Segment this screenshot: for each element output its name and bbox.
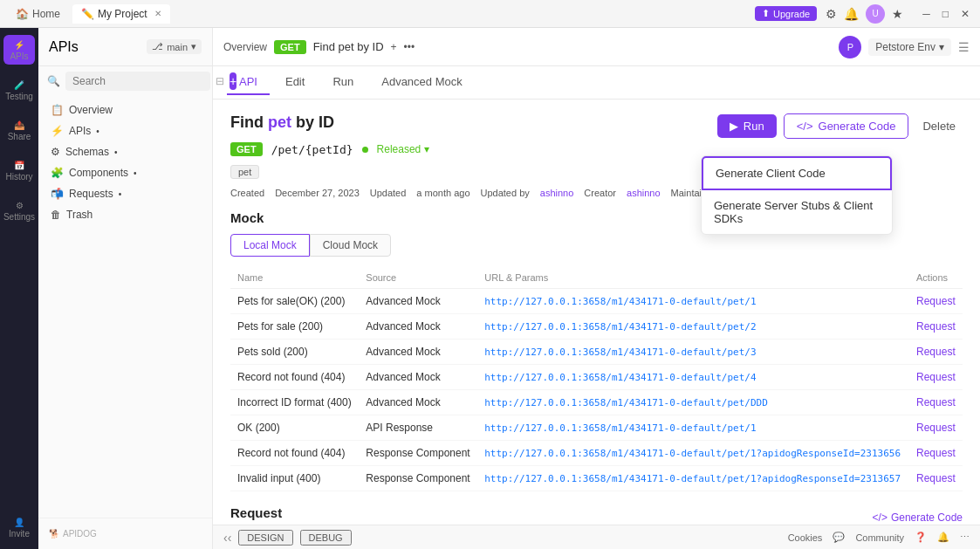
icon-sidebar-history: 📅 History: [3, 155, 35, 185]
minimize-button[interactable]: ─: [919, 6, 934, 22]
star-icon[interactable]: ★: [892, 7, 903, 21]
row-url[interactable]: http://127.0.0.1:3658/m1/434171-0-defaul…: [477, 390, 909, 415]
nav-sidebar: APIs ⎇ main ▾ 🔍 ⊟ + 📋 Overview ⚡ APIs •: [38, 28, 213, 549]
invite-icon: 👤: [14, 518, 24, 527]
row-url[interactable]: http://127.0.0.1:3658/m1/434171-0-defaul…: [477, 340, 909, 365]
mock-tab-local[interactable]: Local Mock: [230, 234, 310, 257]
table-row: Invalid input (400) Response Component h…: [230, 466, 963, 491]
testing-icon: 🧪: [14, 80, 24, 90]
row-action[interactable]: Request: [909, 340, 963, 365]
sidebar-icon-apis[interactable]: ⚡ APIs: [3, 35, 35, 65]
tab-api[interactable]: API: [227, 70, 270, 95]
back-icon[interactable]: ‹‹: [223, 531, 231, 545]
branch-label: main: [167, 42, 188, 52]
window-controls: ─ □ ✕: [919, 6, 973, 22]
trash-icon: 🗑: [51, 209, 61, 221]
icon-sidebar-share: 📤 Share: [3, 115, 35, 145]
home-tab[interactable]: 🏠 Home: [7, 4, 69, 24]
env-selector[interactable]: Petstore Env ▾: [868, 38, 951, 56]
settings2-icon: ⚙: [16, 201, 24, 210]
row-name: Pets for sale(OK) (200): [230, 289, 359, 314]
sidebar-icon-testing[interactable]: 🧪 Testing: [3, 75, 35, 105]
row-url[interactable]: http://127.0.0.1:3658/m1/434171-0-defaul…: [477, 415, 909, 441]
run-button[interactable]: ▶ Run: [717, 114, 777, 138]
branch-icon: ⎇: [152, 41, 163, 52]
nav-header: APIs ⎇ main ▾: [38, 28, 212, 66]
dropdown-item-server[interactable]: Generate Server Stubs & Client SDKs: [702, 190, 892, 234]
topbar-right: ⬆ Upgrade ⚙ 🔔 U ★ ─ □ ✕: [755, 4, 973, 24]
debug-button[interactable]: DEBUG: [300, 530, 352, 546]
col-url: URL & Params: [477, 267, 909, 289]
more-icon[interactable]: ⋯: [960, 532, 970, 543]
tab-advanced-mock[interactable]: Advanced Mock: [369, 70, 475, 95]
search-input[interactable]: [65, 72, 210, 91]
delete-button[interactable]: Delete: [915, 114, 963, 138]
updated-label: Updated: [370, 188, 407, 198]
sidebar-icon-settings[interactable]: ⚙ Settings: [3, 196, 35, 225]
row-action[interactable]: Request: [909, 289, 963, 314]
bottom-bar: ‹‹ DESIGN DEBUG Cookies 💬 Community ❓ 🔔 …: [213, 525, 980, 549]
row-action[interactable]: Request: [909, 314, 963, 340]
sidebar-item-apis[interactable]: ⚡ APIs •: [38, 120, 212, 141]
schemas-dot: •: [114, 148, 118, 157]
row-source: API Response: [359, 415, 477, 441]
method-badge: GET: [274, 40, 306, 54]
avatar[interactable]: U: [866, 4, 885, 24]
upgrade-button[interactable]: ⬆ Upgrade: [755, 6, 817, 21]
design-button[interactable]: DESIGN: [238, 530, 292, 546]
cookies-label[interactable]: Cookies: [788, 532, 823, 543]
bell-icon[interactable]: 🔔: [844, 7, 859, 21]
components-dot: •: [134, 168, 137, 178]
row-url[interactable]: http://127.0.0.1:3658/m1/434171-0-defaul…: [477, 289, 909, 314]
creator[interactable]: ashinno: [627, 188, 661, 198]
sidebar-item-components[interactable]: 🧩 Components •: [38, 162, 212, 183]
add-tab-button[interactable]: +: [391, 41, 397, 53]
row-action[interactable]: Request: [909, 466, 963, 491]
request-section: Request </> Generate Code Path Params: [230, 505, 963, 525]
row-url[interactable]: http://127.0.0.1:3658/m1/434171-0-defaul…: [477, 441, 909, 466]
row-url[interactable]: http://127.0.0.1:3658/m1/434171-0-defaul…: [477, 314, 909, 340]
title-highlight: pet: [268, 113, 291, 131]
close-icon[interactable]: ✕: [154, 9, 161, 18]
sidebar-item-schemas[interactable]: ⚙ Schemas •: [38, 141, 212, 162]
sidebar-icon-share[interactable]: 📤 Share: [3, 115, 35, 145]
search-bar: 🔍 ⊟ +: [38, 66, 212, 96]
row-action[interactable]: Request: [909, 365, 963, 390]
mock-table: Name Source URL & Params Actions Pets fo…: [230, 267, 963, 491]
sidebar-icon-invite[interactable]: 👤 Invite: [3, 512, 35, 542]
dropdown-item-client[interactable]: Generate Client Code: [702, 156, 892, 190]
apis-nav-icon: ⚡: [51, 125, 64, 137]
row-url[interactable]: http://127.0.0.1:3658/m1/434171-0-defaul…: [477, 365, 909, 390]
generate-code-small-button[interactable]: </> Generate Code: [873, 511, 963, 524]
released-badge[interactable]: Released ▾: [377, 143, 429, 155]
tab-run[interactable]: Run: [320, 70, 366, 95]
tab-bar: API Edit Run Advanced Mock: [213, 66, 980, 100]
notification2-icon[interactable]: 🔔: [937, 532, 949, 543]
help-icon[interactable]: ❓: [915, 532, 927, 543]
row-source: Response Component: [359, 441, 477, 466]
row-action[interactable]: Request: [909, 390, 963, 415]
updated-date: a month ago: [416, 188, 469, 198]
row-action[interactable]: Request: [909, 415, 963, 441]
topbar-right-icons: P Petstore Env ▾ ☰: [839, 36, 970, 58]
overview-breadcrumb[interactable]: Overview: [223, 41, 267, 53]
maximize-button[interactable]: □: [939, 6, 952, 22]
sidebar-item-trash[interactable]: 🗑 Trash: [38, 204, 212, 225]
project-tab[interactable]: ✏️ My Project ✕: [72, 4, 170, 24]
panel-icon[interactable]: ☰: [958, 40, 970, 54]
generate-code-button[interactable]: </> Generate Code: [784, 113, 909, 139]
branch-selector[interactable]: ⎇ main ▾: [147, 39, 202, 54]
mock-tab-cloud[interactable]: Cloud Mock: [310, 234, 391, 257]
more-tabs-icon[interactable]: •••: [404, 41, 415, 53]
settings-icon[interactable]: ⚙: [826, 7, 837, 21]
sidebar-item-requests[interactable]: 📬 Requests •: [38, 183, 212, 204]
row-action[interactable]: Request: [909, 441, 963, 466]
row-url[interactable]: http://127.0.0.1:3658/m1/434171-0-defaul…: [477, 466, 909, 491]
community-label[interactable]: Community: [855, 532, 904, 543]
tab-edit[interactable]: Edit: [273, 70, 317, 95]
close-button[interactable]: ✕: [957, 6, 973, 22]
sidebar-icon-history[interactable]: 📅 History: [3, 155, 35, 185]
home-icon: 🏠: [16, 8, 29, 20]
updated-by[interactable]: ashinno: [540, 188, 574, 198]
sidebar-item-overview[interactable]: 📋 Overview: [38, 100, 212, 120]
